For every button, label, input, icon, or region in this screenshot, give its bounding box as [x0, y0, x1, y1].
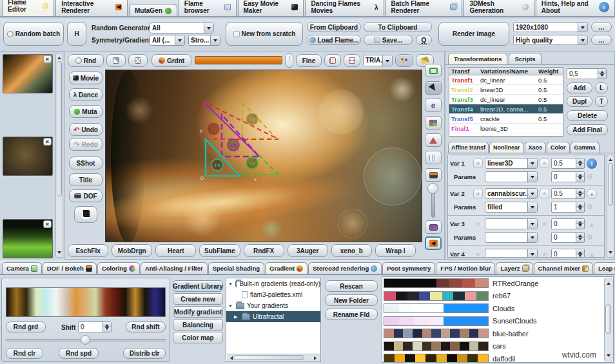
gear-icon[interactable]: ⚙ [587, 203, 593, 211]
frame-view-button[interactable] [425, 64, 442, 77]
tab-post-symmetry[interactable]: Post symmetry [382, 262, 435, 274]
add-transform-button[interactable]: Add [567, 82, 592, 93]
favorite-star-button[interactable]: ★ [540, 158, 549, 168]
spinner-arrows[interactable] [598, 69, 606, 79]
var2-params-spinner[interactable]: 1 [551, 202, 585, 213]
color-grid-button[interactable] [425, 116, 442, 129]
star-icon[interactable]: ★ [540, 251, 549, 258]
gradient-strip[interactable] [6, 287, 166, 317]
script-button-eschflx[interactable]: EschFlx [68, 244, 108, 257]
var2-variation-select[interactable]: cannabiscur... [485, 188, 538, 199]
star-icon[interactable]: ★ [473, 251, 483, 258]
quality-select[interactable]: High quality [513, 35, 588, 45]
gradient-list-item[interactable]: blue-bather [382, 327, 613, 340]
color-map-button[interactable]: Color map [173, 332, 223, 343]
tab-affine-transf[interactable]: Affine transf [448, 142, 489, 153]
random-generator-select[interactable]: All [150, 23, 214, 34]
t-button[interactable]: T [595, 96, 608, 107]
resolution-more-button[interactable]: ... [591, 22, 612, 32]
fine-button[interactable]: Fine [296, 54, 322, 67]
tab-layerz[interactable]: Layerz [496, 262, 532, 274]
tab-dof-bokeh[interactable]: DOF / Bokeh [43, 262, 97, 274]
gradient-list-item[interactable]: RTRedOrange [382, 277, 613, 290]
gear-icon[interactable]: ⚙ [587, 233, 593, 242]
tab-anti-aliasing-filter[interactable]: Anti-Aliasing / Filter [141, 262, 208, 274]
script-button-mobdrgn[interactable]: MobDrgn [112, 244, 152, 257]
star-icon[interactable]: ★ [473, 221, 483, 227]
tab-leap-motion[interactable]: Leap Motion [594, 262, 615, 274]
rnd-clr-button[interactable]: Rnd clr [6, 348, 43, 359]
close-icon[interactable]: × [43, 55, 52, 63]
tab-batch-flame-renderer[interactable]: Batch Flame Renderer [386, 0, 463, 16]
transparency-toggle[interactable] [128, 54, 148, 67]
gradient-list[interactable]: RTRedOrange reb67 Clouds SunsetClouds bl… [382, 276, 614, 363]
grid-toggle[interactable] [324, 54, 341, 67]
tab-xaos[interactable]: Xaos [525, 142, 547, 153]
triangle-nodes-button[interactable] [425, 133, 442, 147]
move-up-button[interactable]: ▲ [587, 219, 597, 229]
spinner-arrows[interactable] [576, 172, 584, 182]
sound-button[interactable]: ◀ [425, 236, 442, 250]
var1-params-spinner[interactable]: 0 [551, 171, 585, 182]
gradient-list-scrollbar[interactable] [604, 278, 612, 361]
gradient-list-item[interactable]: reb67 [382, 290, 613, 303]
var1-variation-select[interactable]: linear3D [485, 158, 538, 169]
tab-gamma[interactable]: Gamma [571, 142, 600, 153]
add-final-transform-button[interactable]: Add Final [567, 124, 608, 135]
tree-item-ultrafractal[interactable]: ▶ Ultrafractal [226, 311, 320, 322]
edit-plane-button[interactable]: e [425, 99, 442, 112]
table-row[interactable]: Transf2 linear3D 0.5 [449, 85, 563, 95]
script-button-xeno-b[interactable]: xeno_b [331, 244, 372, 257]
thumbnail-scrollbar[interactable] [55, 53, 63, 258]
var3-amount-spinner[interactable]: 0 [551, 218, 585, 229]
expander-icon[interactable]: ▼ [228, 303, 233, 308]
spinner-arrows[interactable] [576, 189, 584, 198]
table-row[interactable]: Transf1 dc_linear 0.5 [449, 75, 563, 85]
tab-flame-browser[interactable]: Flame browser [179, 0, 237, 16]
move-up-button[interactable]: ▲ [587, 249, 597, 258]
close-icon[interactable]: × [43, 138, 52, 146]
tree-item-builtin-gradients[interactable]: ▼ Built-in gradients (read-only) [226, 278, 320, 289]
save-button[interactable]: Save... [364, 35, 413, 45]
var2-amount-spinner[interactable]: 0.5 [551, 188, 585, 199]
fine-grid-button[interactable] [425, 151, 442, 164]
script-button-wrap-i[interactable]: Wrap i [375, 244, 416, 257]
tab-special-shading[interactable]: Special Shading [208, 262, 264, 274]
random-batch-button[interactable]: Random batch [3, 22, 64, 46]
guides-toggle[interactable] [344, 54, 360, 67]
var1-params-select[interactable] [485, 171, 538, 182]
star-icon[interactable]: ★ [540, 221, 549, 227]
triangle-style-select[interactable]: TRIA... [363, 55, 393, 66]
duplicate-transform-button[interactable]: Dupl [567, 96, 592, 107]
zoom-slider-knob[interactable] [427, 183, 438, 194]
new-folder-button[interactable]: New Folder [325, 294, 378, 306]
triangle-handle-t4[interactable]: T4 [211, 159, 223, 171]
quality-more-button[interactable]: ... [591, 35, 612, 45]
triangle-view-toggle[interactable] [106, 54, 126, 67]
tab-transformations[interactable]: Transformations [448, 53, 507, 64]
gradient-list-item[interactable]: Clouds [382, 302, 613, 315]
distrib-clr-button[interactable]: Distrib clr [123, 348, 166, 359]
table-row[interactable]: Final1 loonie_3D [449, 124, 563, 133]
gradient-library-button[interactable]: Gradient Library [173, 280, 223, 292]
balancing-button[interactable]: Balancing [173, 319, 223, 330]
triangle-handle-f5[interactable]: F5 [228, 139, 239, 151]
render-image-button[interactable]: Render image [438, 22, 509, 46]
title-button[interactable]: Title [69, 173, 102, 186]
tab-dancing-flames-movies[interactable]: Dancing Flames Moviesλ [305, 0, 384, 16]
var4-variation-select[interactable] [485, 249, 538, 258]
rnd-button[interactable]: Rnd [68, 54, 104, 67]
close-icon[interactable]: × [43, 220, 52, 228]
dance-button[interactable]: λDance [69, 88, 102, 101]
triangle-handle-t2[interactable]: T2 [246, 113, 258, 125]
flame-thumbnail[interactable]: × [3, 219, 53, 258]
spinner-arrows[interactable] [576, 158, 584, 168]
gradient-preview-bar[interactable] [195, 56, 282, 64]
var3-params-spinner[interactable]: 0 [551, 232, 585, 243]
tab-gradient[interactable]: Gradient [265, 262, 308, 274]
tab-camera[interactable]: Camera [2, 262, 42, 274]
variation-info-button[interactable]: i [587, 158, 597, 169]
rename-fld-button[interactable]: Rename Fld [325, 309, 378, 320]
new-from-scratch-button[interactable]: New from scratch [226, 22, 303, 46]
tab-flame-editor[interactable]: Flame Editor [2, 0, 54, 16]
